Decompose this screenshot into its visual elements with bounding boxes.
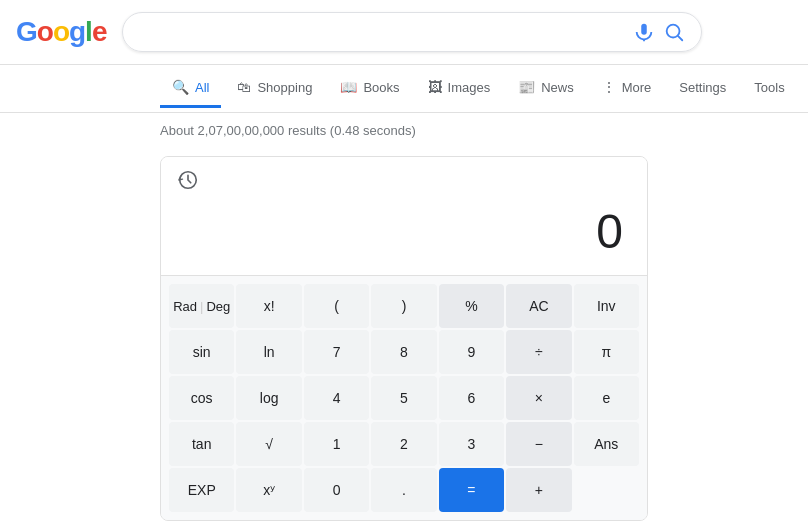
calc-btn-0[interactable]: 0 bbox=[304, 468, 369, 512]
tab-shopping-label: Shopping bbox=[257, 80, 312, 95]
settings-label: Settings bbox=[679, 80, 726, 95]
calc-btn-_[interactable]: ) bbox=[371, 284, 436, 328]
calc-btn-3[interactable]: 3 bbox=[439, 422, 504, 466]
calc-btn-tan[interactable]: tan bbox=[169, 422, 234, 466]
mic-icon[interactable] bbox=[633, 21, 655, 43]
search-icons bbox=[633, 21, 685, 43]
calc-btn-2[interactable]: 2 bbox=[371, 422, 436, 466]
tab-news-label: News bbox=[541, 80, 574, 95]
calc-result: 0 bbox=[177, 196, 631, 263]
calc-display: 0 bbox=[161, 157, 647, 276]
calc-btn-4[interactable]: 4 bbox=[304, 376, 369, 420]
calc-btn-_[interactable]: + bbox=[506, 468, 571, 512]
shopping-icon: 🛍 bbox=[237, 79, 251, 95]
calc-buttons: Rad|Degx!()%ACInvsinln789÷πcoslog456×eta… bbox=[161, 276, 647, 520]
calc-btn-_[interactable]: ( bbox=[304, 284, 369, 328]
tab-all[interactable]: 🔍 All bbox=[160, 69, 221, 108]
tab-news[interactable]: 📰 News bbox=[506, 69, 586, 108]
books-icon: 📖 bbox=[340, 79, 357, 95]
tab-images[interactable]: 🖼 Images bbox=[416, 69, 503, 108]
results-text: About 2,07,00,00,000 results (0.48 secon… bbox=[160, 123, 416, 138]
tab-shopping[interactable]: 🛍 Shopping bbox=[225, 69, 324, 108]
calc-btn-cos[interactable]: cos bbox=[169, 376, 234, 420]
results-info: About 2,07,00,00,000 results (0.48 secon… bbox=[0, 113, 808, 148]
tab-images-label: Images bbox=[448, 80, 491, 95]
calc-btn-sin[interactable]: sin bbox=[169, 330, 234, 374]
calc-btn-AC[interactable]: AC bbox=[506, 284, 571, 328]
nav-tabs: 🔍 All 🛍 Shopping 📖 Books 🖼 Images 📰 News… bbox=[0, 65, 808, 113]
calc-btn-6[interactable]: 6 bbox=[439, 376, 504, 420]
tab-books-label: Books bbox=[363, 80, 399, 95]
news-icon: 📰 bbox=[518, 79, 535, 95]
calc-btn-Ans[interactable]: Ans bbox=[574, 422, 639, 466]
calc-btn-x_[interactable]: xʸ bbox=[236, 468, 301, 512]
google-logo: Google bbox=[16, 16, 106, 48]
calc-btn-_[interactable]: ÷ bbox=[506, 330, 571, 374]
calc-btn-1[interactable]: 1 bbox=[304, 422, 369, 466]
tools-label: Tools bbox=[754, 80, 784, 95]
calc-btn-_[interactable]: % bbox=[439, 284, 504, 328]
search-bar: calculator bbox=[122, 12, 702, 52]
calc-btn-log[interactable]: log bbox=[236, 376, 301, 420]
svg-line-1 bbox=[679, 36, 683, 40]
calc-btn-rad-deg[interactable]: Rad|Deg bbox=[169, 284, 234, 328]
tab-books[interactable]: 📖 Books bbox=[328, 69, 411, 108]
calc-btn-_[interactable]: . bbox=[371, 468, 436, 512]
calc-btn-8[interactable]: 8 bbox=[371, 330, 436, 374]
calc-btn-EXP[interactable]: EXP bbox=[169, 468, 234, 512]
search-input[interactable]: calculator bbox=[139, 23, 633, 41]
header: Google calculator bbox=[0, 0, 808, 65]
history-icon[interactable] bbox=[177, 169, 631, 196]
calc-btn-_[interactable]: √ bbox=[236, 422, 301, 466]
calc-btn-_[interactable]: × bbox=[506, 376, 571, 420]
tools-link[interactable]: Tools bbox=[742, 70, 796, 108]
calc-btn-_[interactable]: π bbox=[574, 330, 639, 374]
tab-more[interactable]: ⋮ More bbox=[590, 69, 664, 108]
all-icon: 🔍 bbox=[172, 79, 189, 95]
nav-settings: Settings Tools bbox=[667, 70, 796, 108]
calc-btn-e[interactable]: e bbox=[574, 376, 639, 420]
calculator: 0 Rad|Degx!()%ACInvsinln789÷πcoslog456×e… bbox=[160, 156, 648, 521]
calc-btn-_[interactable]: = bbox=[439, 468, 504, 512]
search-icon[interactable] bbox=[663, 21, 685, 43]
calc-btn-5[interactable]: 5 bbox=[371, 376, 436, 420]
calc-btn-ln[interactable]: ln bbox=[236, 330, 301, 374]
calc-btn-Inv[interactable]: Inv bbox=[574, 284, 639, 328]
more-icon: ⋮ bbox=[602, 79, 616, 95]
tab-more-label: More bbox=[622, 80, 652, 95]
tab-all-label: All bbox=[195, 80, 209, 95]
calc-btn-_[interactable]: − bbox=[506, 422, 571, 466]
images-icon: 🖼 bbox=[428, 79, 442, 95]
calc-btn-x_[interactable]: x! bbox=[236, 284, 301, 328]
calc-btn-9[interactable]: 9 bbox=[439, 330, 504, 374]
calc-btn-7[interactable]: 7 bbox=[304, 330, 369, 374]
settings-link[interactable]: Settings bbox=[667, 70, 738, 108]
